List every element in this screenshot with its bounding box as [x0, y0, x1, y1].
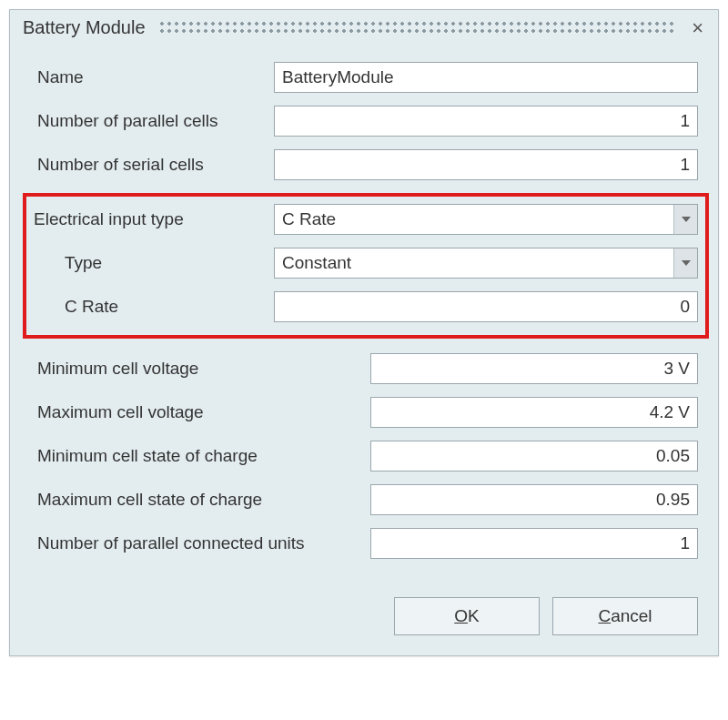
- close-icon[interactable]: ×: [688, 18, 707, 38]
- label-electrical-input-type: Electrical input type: [34, 209, 274, 229]
- c-rate-input[interactable]: [274, 291, 698, 322]
- electrical-input-type-select[interactable]: C Rate: [274, 204, 698, 235]
- row-c-rate: C Rate: [34, 291, 698, 322]
- electrical-input-type-value: C Rate: [275, 209, 673, 229]
- titlebar-grip[interactable]: [158, 20, 678, 36]
- label-parallel-units: Number of parallel connected units: [37, 533, 370, 553]
- button-bar: OK Cancel: [10, 581, 718, 655]
- cancel-rest: ancel: [611, 606, 652, 625]
- row-max-soc: Maximum cell state of charge: [37, 484, 698, 515]
- name-input[interactable]: [274, 62, 698, 93]
- row-electrical-input-type: Electrical input type C Rate: [34, 204, 698, 235]
- group-limits: Minimum cell voltage Maximum cell voltag…: [37, 353, 698, 559]
- battery-module-dialog: Battery Module × Name Number of parallel…: [9, 9, 719, 656]
- label-serial-cells: Number of serial cells: [37, 155, 274, 175]
- label-min-soc: Minimum cell state of charge: [37, 446, 370, 466]
- cancel-button[interactable]: Cancel: [552, 597, 698, 635]
- max-voltage-input[interactable]: [370, 397, 698, 428]
- max-soc-input[interactable]: [370, 484, 698, 515]
- label-c-rate: C Rate: [34, 297, 274, 317]
- label-max-soc: Maximum cell state of charge: [37, 490, 370, 510]
- row-min-voltage: Minimum cell voltage: [37, 353, 698, 384]
- row-serial-cells: Number of serial cells: [37, 149, 698, 180]
- label-name: Name: [37, 67, 274, 87]
- dialog-content: Name Number of parallel cells Number of …: [10, 46, 718, 581]
- row-max-voltage: Maximum cell voltage: [37, 397, 698, 428]
- titlebar[interactable]: Battery Module ×: [10, 10, 718, 46]
- parallel-units-input[interactable]: [370, 528, 698, 559]
- ok-mnemonic: O: [454, 606, 468, 625]
- min-soc-input[interactable]: [370, 441, 698, 472]
- ok-button[interactable]: OK: [394, 597, 540, 635]
- serial-cells-input[interactable]: [274, 149, 698, 180]
- cancel-mnemonic: C: [598, 606, 611, 625]
- label-min-voltage: Minimum cell voltage: [37, 359, 370, 379]
- row-parallel-units: Number of parallel connected units: [37, 528, 698, 559]
- sub-type-value: Constant: [275, 253, 673, 273]
- row-parallel-cells: Number of parallel cells: [37, 106, 698, 137]
- label-parallel-cells: Number of parallel cells: [37, 111, 274, 131]
- parallel-cells-input[interactable]: [274, 106, 698, 137]
- dialog-title: Battery Module: [23, 17, 158, 38]
- min-voltage-input[interactable]: [370, 353, 698, 384]
- row-name: Name: [37, 62, 698, 93]
- sub-type-select[interactable]: Constant: [274, 248, 698, 279]
- ok-rest: K: [468, 606, 480, 625]
- highlight-box: Electrical input type C Rate Type Consta…: [23, 193, 709, 339]
- row-sub-type: Type Constant: [34, 248, 698, 279]
- chevron-down-icon: [673, 205, 697, 234]
- chevron-down-icon: [673, 248, 697, 278]
- row-min-soc: Minimum cell state of charge: [37, 441, 698, 472]
- label-sub-type: Type: [34, 253, 274, 273]
- label-max-voltage: Maximum cell voltage: [37, 402, 370, 422]
